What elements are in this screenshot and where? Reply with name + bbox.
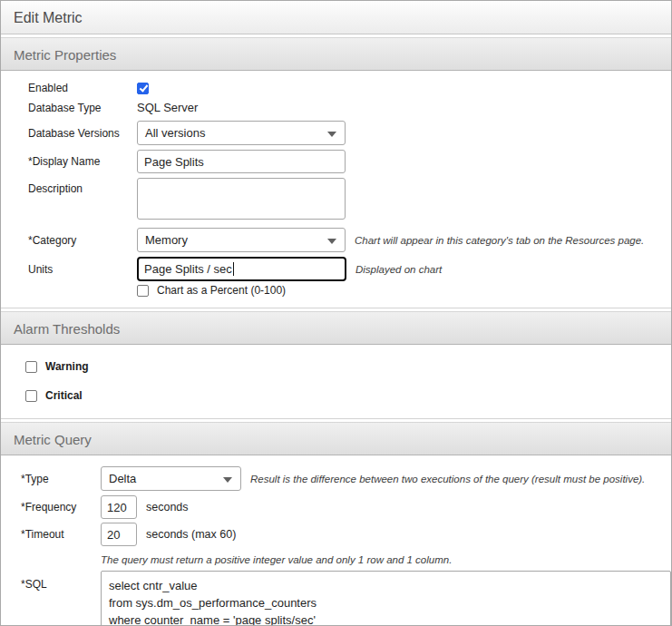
database-versions-label: Database Versions — [1, 127, 137, 140]
database-type-value: SQL Server — [137, 101, 198, 114]
timeout-row: *Timeout seconds (max 60) — [1, 523, 671, 546]
dialog-title-text: Edit Metric — [14, 10, 83, 25]
frequency-row: *Frequency seconds — [1, 495, 671, 519]
sql-textarea[interactable]: select cntr_value from sys.dm_os_perform… — [101, 571, 671, 626]
category-row: *Category Memory Chart will appear in th… — [1, 228, 671, 252]
chart-percent-checkbox[interactable] — [137, 285, 149, 297]
units-label: Units — [1, 263, 137, 276]
category-label: *Category — [1, 234, 137, 247]
frequency-input[interactable] — [101, 495, 137, 519]
type-note: Result is the difference between two exe… — [250, 474, 645, 484]
database-type-row: Database Type SQL Server — [1, 101, 671, 114]
text-caret — [233, 262, 234, 276]
display-name-row: *Display Name — [1, 150, 671, 173]
enabled-row: Enabled — [1, 82, 671, 94]
warning-label: Warning — [45, 360, 89, 373]
section-header-text: Metric Properties — [14, 47, 116, 63]
database-type-label: Database Type — [1, 102, 137, 114]
metric-query-panel: *Type Delta Result is the difference bet… — [1, 455, 671, 626]
display-name-label: *Display Name — [1, 155, 137, 168]
chevron-down-icon — [327, 239, 336, 244]
display-name-input[interactable] — [137, 150, 346, 173]
units-row: Units Page Splits / sec Displayed on cha… — [1, 257, 671, 281]
chevron-down-icon — [223, 477, 232, 483]
category-note: Chart will appear in this category's tab… — [355, 235, 644, 246]
metric-properties-panel: Enabled Database Type SQL Server Databas… — [1, 71, 671, 308]
category-selected: Memory — [145, 233, 188, 247]
warning-row: Warning — [25, 360, 671, 373]
section-header-alarm-thresholds: Alarm Thresholds — [1, 311, 671, 345]
type-selected: Delta — [109, 472, 136, 485]
critical-checkbox[interactable] — [25, 390, 37, 402]
chevron-down-icon — [327, 132, 336, 137]
section-header-text: Metric Query — [14, 432, 92, 447]
section-header-metric-properties: Metric Properties — [1, 37, 671, 71]
type-row: *Type Delta Result is the difference bet… — [1, 466, 671, 491]
units-note: Displayed on chart — [355, 264, 442, 275]
description-row: Description — [1, 178, 671, 220]
chart-percent-row: Chart as a Percent (0-100) — [137, 284, 671, 297]
database-versions-row: Database Versions All versions — [1, 121, 671, 145]
units-input[interactable]: Page Splits / sec — [137, 257, 346, 281]
description-textarea[interactable] — [137, 178, 346, 220]
critical-row: Critical — [25, 389, 671, 402]
edit-metric-dialog: Edit Metric Metric Properties Enabled Da… — [0, 0, 672, 626]
database-versions-selected: All versions — [145, 126, 205, 140]
sql-note: The query must return a positive integer… — [101, 554, 671, 565]
type-label: *Type — [1, 473, 101, 485]
critical-label: Critical — [45, 389, 83, 402]
alarm-thresholds-panel: Warning Critical — [1, 345, 671, 419]
timeout-input[interactable] — [101, 523, 137, 546]
section-header-metric-query: Metric Query — [1, 422, 671, 455]
database-versions-select[interactable]: All versions — [137, 121, 346, 145]
section-header-text: Alarm Thresholds — [14, 321, 120, 337]
units-input-value: Page Splits / sec — [144, 262, 232, 276]
category-select[interactable]: Memory — [137, 228, 346, 252]
type-select[interactable]: Delta — [101, 466, 241, 491]
enabled-checkbox[interactable] — [137, 83, 149, 94]
frequency-label: *Frequency — [1, 501, 101, 514]
sql-row: *SQL select cntr_value from sys.dm_os_pe… — [1, 571, 671, 626]
dialog-title: Edit Metric — [1, 1, 671, 34]
sql-label: *SQL — [1, 578, 101, 591]
description-label: Description — [1, 182, 137, 195]
chart-percent-label: Chart as a Percent (0-100) — [157, 284, 286, 297]
warning-checkbox[interactable] — [25, 361, 37, 373]
timeout-label: *Timeout — [1, 528, 101, 541]
frequency-suffix: seconds — [146, 501, 189, 514]
enabled-label: Enabled — [1, 82, 137, 94]
timeout-suffix: seconds (max 60) — [146, 528, 236, 541]
